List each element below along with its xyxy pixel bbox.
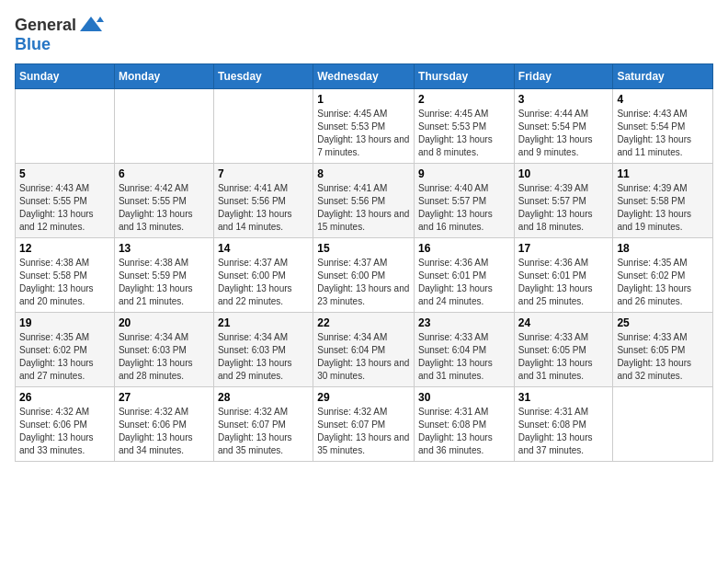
calendar-cell: 31Sunrise: 4:31 AM Sunset: 6:08 PM Dayli… [514, 387, 613, 462]
calendar-cell: 2Sunrise: 4:45 AM Sunset: 5:53 PM Daylig… [415, 89, 515, 164]
calendar-cell: 22Sunrise: 4:34 AM Sunset: 6:04 PM Dayli… [313, 313, 415, 387]
calendar-cell [114, 89, 213, 164]
day-info: Sunrise: 4:45 AM Sunset: 5:53 PM Dayligh… [418, 108, 510, 159]
day-number: 12 [19, 242, 110, 255]
calendar-cell: 30Sunrise: 4:31 AM Sunset: 6:08 PM Dayli… [415, 387, 515, 462]
header-monday: Monday [114, 64, 213, 89]
calendar-cell: 6Sunrise: 4:42 AM Sunset: 5:55 PM Daylig… [114, 164, 213, 238]
calendar-cell: 18Sunrise: 4:35 AM Sunset: 6:02 PM Dayli… [613, 238, 713, 313]
calendar-week-4: 19Sunrise: 4:35 AM Sunset: 6:02 PM Dayli… [16, 313, 713, 387]
day-info: Sunrise: 4:33 AM Sunset: 6:05 PM Dayligh… [617, 331, 709, 383]
calendar-header-row: SundayMondayTuesdayWednesdayThursdayFrid… [16, 64, 713, 89]
day-number: 24 [518, 316, 609, 329]
calendar-cell: 15Sunrise: 4:37 AM Sunset: 6:00 PM Dayli… [313, 238, 415, 313]
day-info: Sunrise: 4:39 AM Sunset: 5:57 PM Dayligh… [518, 182, 609, 234]
calendar-cell: 4Sunrise: 4:43 AM Sunset: 5:54 PM Daylig… [613, 89, 713, 164]
calendar-cell: 3Sunrise: 4:44 AM Sunset: 5:54 PM Daylig… [514, 89, 613, 164]
day-info: Sunrise: 4:35 AM Sunset: 6:02 PM Dayligh… [19, 331, 110, 383]
calendar-cell: 14Sunrise: 4:37 AM Sunset: 6:00 PM Dayli… [213, 238, 313, 313]
calendar-cell [613, 387, 713, 462]
day-number: 8 [317, 167, 410, 180]
day-info: Sunrise: 4:36 AM Sunset: 6:01 PM Dayligh… [518, 257, 609, 308]
svg-marker-1 [97, 17, 104, 22]
day-info: Sunrise: 4:43 AM Sunset: 5:55 PM Dayligh… [19, 182, 110, 234]
day-number: 25 [617, 316, 709, 329]
day-number: 18 [617, 242, 709, 255]
calendar-cell: 5Sunrise: 4:43 AM Sunset: 5:55 PM Daylig… [16, 164, 115, 238]
day-info: Sunrise: 4:32 AM Sunset: 6:06 PM Dayligh… [19, 406, 110, 457]
day-info: Sunrise: 4:34 AM Sunset: 6:04 PM Dayligh… [317, 331, 410, 383]
day-number: 23 [418, 316, 510, 329]
calendar-week-5: 26Sunrise: 4:32 AM Sunset: 6:06 PM Dayli… [16, 387, 713, 462]
calendar-cell: 28Sunrise: 4:32 AM Sunset: 6:07 PM Dayli… [213, 387, 313, 462]
calendar-cell: 27Sunrise: 4:32 AM Sunset: 6:06 PM Dayli… [114, 387, 213, 462]
day-number: 3 [518, 93, 609, 106]
calendar-cell: 20Sunrise: 4:34 AM Sunset: 6:03 PM Dayli… [114, 313, 213, 387]
header-tuesday: Tuesday [213, 64, 313, 89]
day-number: 15 [317, 242, 410, 255]
day-number: 21 [218, 316, 309, 329]
page-header: General Blue [15, 15, 713, 54]
day-number: 11 [617, 167, 709, 180]
header-sunday: Sunday [16, 64, 115, 89]
day-info: Sunrise: 4:32 AM Sunset: 6:06 PM Dayligh… [119, 406, 210, 457]
calendar-cell: 29Sunrise: 4:32 AM Sunset: 6:07 PM Dayli… [313, 387, 415, 462]
day-info: Sunrise: 4:41 AM Sunset: 5:56 PM Dayligh… [317, 182, 410, 234]
logo-general-text: General [15, 16, 76, 35]
day-info: Sunrise: 4:36 AM Sunset: 6:01 PM Dayligh… [418, 257, 510, 308]
header-friday: Friday [514, 64, 613, 89]
calendar-cell [213, 89, 313, 164]
day-info: Sunrise: 4:33 AM Sunset: 6:05 PM Dayligh… [518, 331, 609, 383]
calendar-cell: 12Sunrise: 4:38 AM Sunset: 5:58 PM Dayli… [16, 238, 115, 313]
day-info: Sunrise: 4:38 AM Sunset: 5:59 PM Dayligh… [119, 257, 210, 308]
calendar-cell: 16Sunrise: 4:36 AM Sunset: 6:01 PM Dayli… [415, 238, 515, 313]
day-info: Sunrise: 4:34 AM Sunset: 6:03 PM Dayligh… [218, 331, 309, 383]
day-info: Sunrise: 4:32 AM Sunset: 6:07 PM Dayligh… [317, 406, 410, 457]
calendar-table: SundayMondayTuesdayWednesdayThursdayFrid… [15, 63, 713, 462]
calendar-cell: 8Sunrise: 4:41 AM Sunset: 5:56 PM Daylig… [313, 164, 415, 238]
logo: General Blue [15, 15, 104, 54]
calendar-week-3: 12Sunrise: 4:38 AM Sunset: 5:58 PM Dayli… [16, 238, 713, 313]
day-info: Sunrise: 4:38 AM Sunset: 5:58 PM Dayligh… [19, 257, 110, 308]
calendar-cell: 1Sunrise: 4:45 AM Sunset: 5:53 PM Daylig… [313, 89, 415, 164]
day-info: Sunrise: 4:42 AM Sunset: 5:55 PM Dayligh… [119, 182, 210, 234]
calendar-cell: 25Sunrise: 4:33 AM Sunset: 6:05 PM Dayli… [613, 313, 713, 387]
calendar-cell: 9Sunrise: 4:40 AM Sunset: 5:57 PM Daylig… [415, 164, 515, 238]
day-number: 29 [317, 391, 410, 404]
day-info: Sunrise: 4:44 AM Sunset: 5:54 PM Dayligh… [518, 108, 609, 159]
day-number: 28 [218, 391, 309, 404]
calendar-cell: 24Sunrise: 4:33 AM Sunset: 6:05 PM Dayli… [514, 313, 613, 387]
day-info: Sunrise: 4:39 AM Sunset: 5:58 PM Dayligh… [617, 182, 709, 234]
day-number: 6 [119, 167, 210, 180]
day-info: Sunrise: 4:43 AM Sunset: 5:54 PM Dayligh… [617, 108, 709, 159]
day-number: 16 [418, 242, 510, 255]
day-number: 17 [518, 242, 609, 255]
day-number: 1 [317, 93, 410, 106]
logo-icon [78, 15, 104, 35]
calendar-cell: 13Sunrise: 4:38 AM Sunset: 5:59 PM Dayli… [114, 238, 213, 313]
day-info: Sunrise: 4:45 AM Sunset: 5:53 PM Dayligh… [317, 108, 410, 159]
day-number: 26 [19, 391, 110, 404]
day-info: Sunrise: 4:40 AM Sunset: 5:57 PM Dayligh… [418, 182, 510, 234]
day-number: 10 [518, 167, 609, 180]
day-number: 5 [19, 167, 110, 180]
calendar-week-1: 1Sunrise: 4:45 AM Sunset: 5:53 PM Daylig… [16, 89, 713, 164]
calendar-cell: 17Sunrise: 4:36 AM Sunset: 6:01 PM Dayli… [514, 238, 613, 313]
calendar-cell: 19Sunrise: 4:35 AM Sunset: 6:02 PM Dayli… [16, 313, 115, 387]
day-number: 13 [119, 242, 210, 255]
calendar-cell: 11Sunrise: 4:39 AM Sunset: 5:58 PM Dayli… [613, 164, 713, 238]
day-info: Sunrise: 4:31 AM Sunset: 6:08 PM Dayligh… [418, 406, 510, 457]
day-info: Sunrise: 4:37 AM Sunset: 6:00 PM Dayligh… [317, 257, 410, 308]
day-info: Sunrise: 4:31 AM Sunset: 6:08 PM Dayligh… [518, 406, 609, 457]
day-number: 19 [19, 316, 110, 329]
day-number: 27 [119, 391, 210, 404]
day-number: 4 [617, 93, 709, 106]
calendar-cell: 10Sunrise: 4:39 AM Sunset: 5:57 PM Dayli… [514, 164, 613, 238]
day-info: Sunrise: 4:32 AM Sunset: 6:07 PM Dayligh… [218, 406, 309, 457]
logo-blue-text: Blue [15, 35, 51, 54]
day-number: 14 [218, 242, 309, 255]
day-info: Sunrise: 4:35 AM Sunset: 6:02 PM Dayligh… [617, 257, 709, 308]
day-number: 20 [119, 316, 210, 329]
header-wednesday: Wednesday [313, 64, 415, 89]
day-info: Sunrise: 4:41 AM Sunset: 5:56 PM Dayligh… [218, 182, 309, 234]
